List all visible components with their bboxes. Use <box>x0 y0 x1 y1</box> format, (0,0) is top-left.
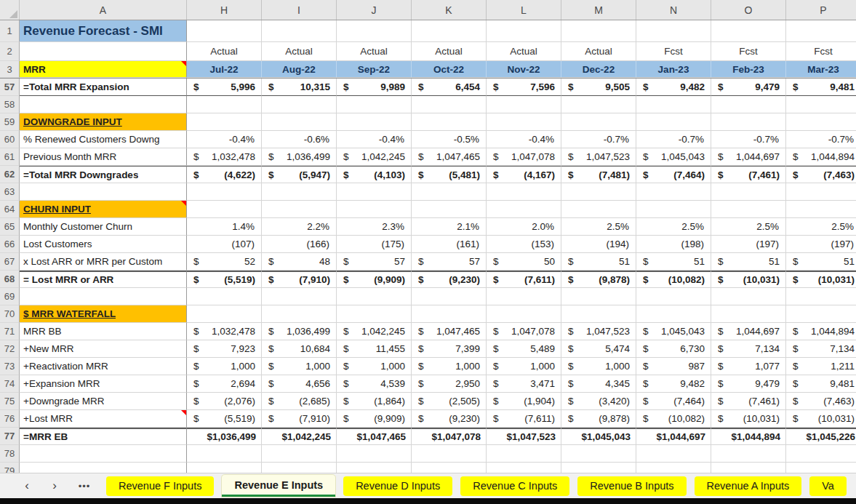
cell-K57[interactable]: $6,454 <box>412 79 487 96</box>
cell-N71[interactable]: $1,045,043 <box>636 323 711 340</box>
cell-K59[interactable] <box>412 113 487 131</box>
page-title-cell[interactable]: Revenue Forecast - SMI <box>20 20 187 42</box>
cell-I63[interactable] <box>262 183 337 201</box>
cell-O60[interactable]: -0.7% <box>711 131 786 148</box>
cell-L59[interactable] <box>487 113 561 131</box>
row-header-60[interactable]: 60 <box>0 131 20 148</box>
cell-M58[interactable] <box>561 96 636 113</box>
cell-J3[interactable]: Sep-22 <box>337 61 412 78</box>
cell-K64[interactable] <box>412 201 487 218</box>
tab-revenue-d-inputs[interactable]: Revenue D Inputs <box>343 476 452 496</box>
cell-K63[interactable] <box>412 183 487 201</box>
cell-L1[interactable] <box>487 20 561 42</box>
cell-N57[interactable]: $9,482 <box>636 79 711 96</box>
cell-I78[interactable] <box>262 445 337 463</box>
cell-M69[interactable] <box>561 288 636 305</box>
cell-L71[interactable]: $1,047,078 <box>487 323 561 340</box>
cell-K62[interactable]: $(5,481) <box>412 166 487 183</box>
cell-O58[interactable] <box>711 96 786 113</box>
cell-L72[interactable]: $5,489 <box>487 340 561 358</box>
cell-A61[interactable]: Previous Month MRR <box>20 148 187 166</box>
cell-O59[interactable] <box>711 113 786 131</box>
cell-M59[interactable] <box>561 113 636 131</box>
col-header-O[interactable]: O <box>711 0 786 20</box>
cell-J61[interactable]: $1,042,245 <box>337 148 412 166</box>
cell-A66[interactable]: Lost Customers <box>20 236 187 253</box>
cell-P63[interactable] <box>786 183 856 201</box>
cell-H64[interactable] <box>187 201 262 218</box>
cell-N79[interactable] <box>636 463 711 473</box>
cell-H77[interactable]: $1,036,499 <box>187 428 262 445</box>
cell-N65[interactable]: 2.5% <box>636 218 711 236</box>
cell-M64[interactable] <box>561 201 636 218</box>
cell-M75[interactable]: $(3,420) <box>561 393 636 410</box>
cell-J60[interactable]: -0.4% <box>337 131 412 148</box>
cell-K71[interactable]: $1,047,465 <box>412 323 487 340</box>
cell-A58[interactable] <box>20 96 187 113</box>
tab-revenue-f-inputs[interactable]: Revenue F Inputs <box>106 476 214 496</box>
cell-L77[interactable]: $1,047,523 <box>487 428 561 445</box>
cell-O67[interactable]: $51 <box>711 253 786 271</box>
cell-N70[interactable] <box>636 305 711 323</box>
cell-P58[interactable] <box>786 96 856 113</box>
cell-N62[interactable]: $(7,464) <box>636 166 711 183</box>
cell-P3[interactable]: Mar-23 <box>786 61 856 78</box>
cell-A68[interactable]: = Lost MRR or ARR <box>20 271 187 288</box>
row-header-79[interactable]: 79 <box>0 463 20 473</box>
cell-K68[interactable]: $(9,230) <box>412 271 487 288</box>
cell-J74[interactable]: $4,539 <box>337 375 412 393</box>
cell-O72[interactable]: $7,134 <box>711 340 786 358</box>
cell-H74[interactable]: $2,694 <box>187 375 262 393</box>
cell-L3[interactable]: Nov-22 <box>487 61 561 78</box>
row-header-71[interactable]: 71 <box>0 323 20 340</box>
cell-A62[interactable]: =Total MRR Downgrades <box>20 166 187 183</box>
cell-L76[interactable]: $(7,611) <box>487 410 561 428</box>
cell-L2[interactable]: Actual <box>487 42 561 61</box>
cell-L74[interactable]: $3,471 <box>487 375 561 393</box>
cell-H69[interactable] <box>187 288 262 305</box>
cell-A63[interactable] <box>20 183 187 201</box>
cell-K77[interactable]: $1,047,078 <box>412 428 487 445</box>
row-header-64[interactable]: 64 <box>0 201 20 218</box>
cell-L66[interactable]: (153) <box>487 236 561 253</box>
cell-O78[interactable] <box>711 445 786 463</box>
cell-P62[interactable]: $(7,463) <box>786 166 856 183</box>
cell-K60[interactable]: -0.5% <box>412 131 487 148</box>
cell-J69[interactable] <box>337 288 412 305</box>
row-header-75[interactable]: 75 <box>0 393 20 410</box>
cell-H2[interactable]: Actual <box>187 42 262 61</box>
cell-K70[interactable] <box>412 305 487 323</box>
cell-P61[interactable]: $1,044,894 <box>786 148 856 166</box>
cell-J68[interactable]: $(9,909) <box>337 271 412 288</box>
cell-H57[interactable]: $5,996 <box>187 79 262 96</box>
cell-H61[interactable]: $1,032,478 <box>187 148 262 166</box>
cell-A77[interactable]: =MRR EB <box>20 428 187 445</box>
cell-K65[interactable]: 2.1% <box>412 218 487 236</box>
cell-I2[interactable]: Actual <box>262 42 337 61</box>
cell-N75[interactable]: $(7,464) <box>636 393 711 410</box>
cell-J73[interactable]: $1,000 <box>337 358 412 375</box>
cell-M68[interactable]: $(9,878) <box>561 271 636 288</box>
cell-O76[interactable]: $(10,031) <box>711 410 786 428</box>
row-header-67[interactable]: 67 <box>0 253 20 271</box>
row-header-58[interactable]: 58 <box>0 96 20 113</box>
cell-J62[interactable]: $(4,103) <box>337 166 412 183</box>
row-header-77[interactable]: 77 <box>0 428 20 445</box>
cell-H3[interactable]: Jul-22 <box>187 61 262 78</box>
cell-P72[interactable]: $7,134 <box>786 340 856 358</box>
cell-N76[interactable]: $(10,082) <box>636 410 711 428</box>
cell-P73[interactable]: $1,211 <box>786 358 856 375</box>
cell-A71[interactable]: MRR BB <box>20 323 187 340</box>
cell-N61[interactable]: $1,045,043 <box>636 148 711 166</box>
cell-H73[interactable]: $1,000 <box>187 358 262 375</box>
cell-K76[interactable]: $(9,230) <box>412 410 487 428</box>
cell-K72[interactable]: $7,399 <box>412 340 487 358</box>
cell-M77[interactable]: $1,045,043 <box>561 428 636 445</box>
cell-J67[interactable]: $57 <box>337 253 412 271</box>
cell-O63[interactable] <box>711 183 786 201</box>
cell-N58[interactable] <box>636 96 711 113</box>
cell-N66[interactable]: (198) <box>636 236 711 253</box>
cell-P78[interactable] <box>786 445 856 463</box>
cell-I61[interactable]: $1,036,499 <box>262 148 337 166</box>
cell-I77[interactable]: $1,042,245 <box>262 428 337 445</box>
